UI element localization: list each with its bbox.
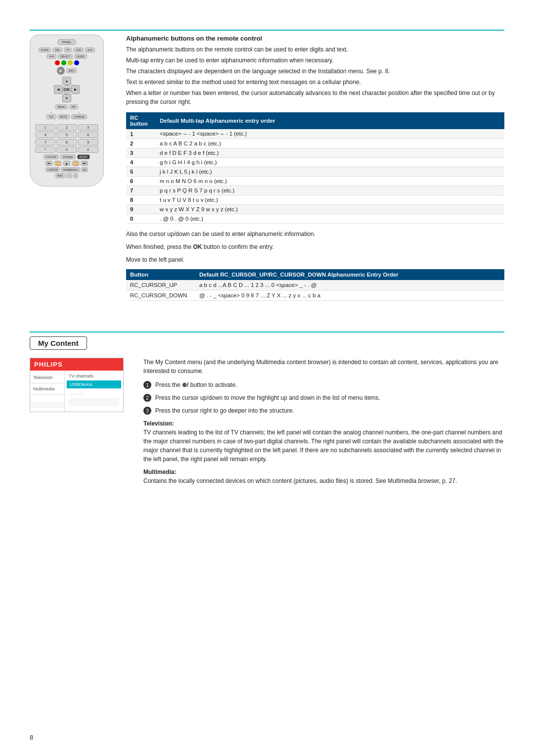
num-0[interactable]: 0 [56,146,77,153]
rc-entry-cell: m n o M N O 6 m n o (etc.) [156,177,504,186]
num-6[interactable]: 6 [78,132,98,138]
rc-button-cell: 2 [126,139,156,148]
play-button[interactable]: ▶ [63,161,70,166]
panel-button[interactable]: PANEL [57,39,76,45]
tv-divider-5 [30,407,64,407]
my-content-right: The My Content menu (and the underlying … [143,358,504,490]
rc-entry-cell: g h i G H I 4 g h i (etc.) [156,158,504,167]
ambilight-button[interactable]: Ambilight [60,154,76,159]
note-1: Also the cursor up/down can be used to e… [126,230,504,238]
nav-cross: ▲ ◀ OK ▶ ▼ [54,77,80,102]
rc-button-cell: 5 [126,167,156,177]
mute-button[interactable]: MUTE [58,114,70,119]
step-3-text: Press the cursor right to go deeper into… [155,406,294,415]
my-content-intro: The My Content menu (and the underlying … [143,358,504,376]
cursor-button-cell: RC_CURSOR_DOWN [126,290,195,301]
tv-divider-1 [30,383,64,383]
yellow-button[interactable] [68,60,73,65]
vol-label: VOL [46,114,56,119]
guide-button[interactable]: GUIDE [74,54,87,59]
check-btn[interactable]: ✓ [66,173,72,178]
multimedia-title: Multimedia: [143,469,177,475]
tv-button[interactable]: TV [64,47,72,52]
para-5: When a letter or number has been entered… [126,89,504,106]
info-button[interactable]: INFO [66,68,77,73]
page-number: 8 [30,734,33,741]
num-7[interactable]: 7 [35,139,55,145]
my-content-body: PHILIPS Television Multimedia TV channel… [30,358,504,490]
fwd-button[interactable]: ⏩ [72,161,79,166]
info2-btn[interactable]: INFO [55,173,65,178]
step-1-num: 1 [143,381,151,389]
reset-button[interactable]: RESET [77,154,90,159]
num-3[interactable]: 3 [78,124,98,131]
bullet-multimedia: Multimedia: Contains the locally connect… [143,469,504,485]
multimedia-text: Contains the locally connected devices o… [143,476,504,485]
nav-up-button[interactable]: ▲ [62,77,71,85]
tv-dots: ............ [67,389,121,396]
numbering-btn[interactable]: NUMBERING [61,167,80,172]
rc-button-cell: 7 [126,186,156,195]
red-button[interactable] [55,60,60,65]
num-2[interactable]: 2 [56,124,77,131]
para-2: Multi-tap entry can be used to enter alp… [126,56,504,65]
cursor-table: Button Default RC_CURSOR_UP/RC_CURSOR_DO… [126,269,504,301]
rc-button-cell: 9 [126,205,156,214]
cbl-button[interactable]: CBL [52,47,62,52]
rc-entry-cell: <space> ⌣ - 1 <space> ⌣ - 1 (etc.) [156,129,504,139]
num-star[interactable]: * [35,146,55,153]
green-button[interactable] [61,60,66,65]
top-section: PANEL DVD/R CBL TV VCR AUX AUX SELECT GU… [30,35,504,306]
prev-button[interactable]: ⏮ [45,161,52,166]
mid-decorative-line [30,331,504,332]
rc-table-row: 2a b c A B C 2 a b c (etc.) [126,139,504,148]
num-5[interactable]: 5 [56,132,77,138]
step-2-num: 2 [143,394,151,402]
cursor-col1-header: Button [126,269,195,280]
rew-button[interactable]: ⏪ [54,161,61,166]
step-3-num: 3 [143,407,151,415]
num-1[interactable]: 1 [35,124,55,131]
colour-button[interactable]: COLOUR [44,154,59,159]
blue-button[interactable] [74,60,79,65]
nav-cross-container: ▲ ◀ OK ▶ ▼ [54,77,80,102]
aux-button[interactable]: AUX [85,47,95,52]
pip-button[interactable]: PIP [69,104,78,109]
ok-button[interactable]: OK [62,85,71,94]
aux2-button[interactable]: AUX [46,54,56,59]
aux-select-row: AUX SELECT GUIDE [33,54,100,59]
rc-button-cell: 8 [126,195,156,205]
nav-down-button[interactable]: ▼ [62,94,71,102]
ee-btn[interactable]: EE [81,167,89,172]
cursor-btn[interactable]: CURSOR [45,167,60,172]
num-hash[interactable]: # [78,146,98,153]
num-8[interactable]: 8 [56,139,77,145]
menu-button[interactable]: MENU [55,104,68,109]
source-row: DVD/R CBL TV VCR AUX [33,47,100,52]
select-button[interactable]: SELECT [58,54,72,59]
cursor-col2-header: Default RC_CURSOR_UP/RC_CURSOR_DOWN Alph… [195,269,504,280]
nav-left-button[interactable]: ◀ [54,85,62,94]
transport-row: ⏮ ⏪ ▶ ⏩ ⏭ [33,161,100,166]
plus-btn[interactable]: + [73,173,79,178]
bullet-television: Television: TV channels leading to the l… [143,420,504,464]
vol-ch-row: + VOL - MUTE + CH/PAGE - [33,111,100,123]
bottom-row: CURSOR NUMBERING EE [33,167,100,172]
menu-row: MENU PIP [33,104,100,109]
num-9[interactable]: 9 [78,139,98,145]
dvd-button[interactable]: DVD/R [39,47,51,52]
rc-table-row: 8t u v T U V 8 t u v (etc.) [126,195,504,205]
tv-right-lines [67,396,121,408]
vcr-button[interactable]: VCR [73,47,84,52]
step-2-text: Press the cursor up/down to move the hig… [155,393,380,402]
nav-right-button[interactable]: ▶ [71,85,80,94]
my-content-button[interactable]: ⊕ [57,67,65,75]
num-4[interactable]: 4 [35,132,55,138]
tv-screen: PHILIPS Television Multimedia TV channel… [30,358,124,412]
ch-label: CH/PAGE [71,114,87,119]
next-button[interactable]: ⏭ [81,161,88,166]
note-2: When finished, press the OK button to co… [126,242,504,251]
philips-logo: PHILIPS [34,361,63,368]
tv-left-item-multimedia: Multimedia [30,385,64,393]
ambilight-row: COLOUR Ambilight RESET [33,154,100,159]
